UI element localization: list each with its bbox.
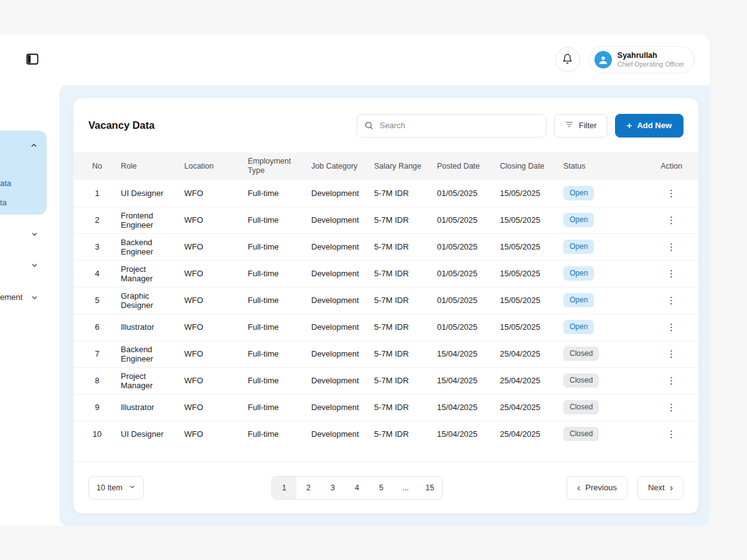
status-badge: Open xyxy=(563,320,594,334)
col-posted-date: Posted Date xyxy=(437,152,500,180)
cell-salary-range: 5-7M IDR xyxy=(374,394,437,421)
cell-posted-date: 15/04/2025 xyxy=(437,367,500,394)
cell-salary-range: 5-7M IDR xyxy=(374,367,437,394)
app-window: ata ta ement xyxy=(0,34,710,526)
row-actions-button[interactable]: ⋮ xyxy=(663,241,680,253)
chevron-down-icon[interactable] xyxy=(31,261,39,272)
filter-label: Filter xyxy=(579,121,597,130)
row-actions-button[interactable]: ⋮ xyxy=(663,294,680,306)
sidebar: ata ta ement xyxy=(0,34,59,526)
page-button-4[interactable]: 4 xyxy=(345,477,369,499)
page-button-1[interactable]: 1 xyxy=(272,477,296,499)
cell-no: 7 xyxy=(73,340,121,367)
next-page-button[interactable]: Next › xyxy=(637,476,684,500)
status-badge: Closed xyxy=(563,400,599,414)
col-status: Status xyxy=(563,152,644,180)
add-new-button[interactable]: + Add New xyxy=(615,114,684,138)
cell-status: Closed xyxy=(563,340,644,367)
sidebar-item-label[interactable]: ta xyxy=(0,198,7,207)
cell-employment-type: Full-time xyxy=(248,421,311,447)
chevron-down-icon[interactable] xyxy=(31,293,39,304)
row-actions-button[interactable]: ⋮ xyxy=(663,375,680,386)
page-button-15[interactable]: 15 xyxy=(418,477,442,499)
status-badge: Open xyxy=(563,293,594,307)
cell-action: ⋮ xyxy=(644,233,698,260)
cell-action: ⋮ xyxy=(644,287,698,314)
chevron-down-icon[interactable] xyxy=(31,230,39,241)
cell-role: Illustrator xyxy=(121,314,184,340)
user-menu[interactable]: Syahrullah Chief Operating Officer xyxy=(589,46,695,73)
row-actions-button[interactable]: ⋮ xyxy=(663,321,680,333)
table-row: 8 Project Manager WFO Full-time Developm… xyxy=(73,367,698,394)
chevron-down-icon xyxy=(129,483,136,492)
sidebar-active-section[interactable]: ata ta xyxy=(0,131,47,215)
cell-closing-date: 15/05/2025 xyxy=(500,207,563,233)
cell-posted-date: 15/04/2025 xyxy=(437,421,500,447)
cell-status: Open xyxy=(563,180,644,207)
next-label: Next xyxy=(648,483,665,492)
cell-employment-type: Full-time xyxy=(248,207,311,233)
row-actions-button[interactable]: ⋮ xyxy=(663,348,680,360)
page-button-5[interactable]: 5 xyxy=(369,477,393,499)
row-actions-button[interactable]: ⋮ xyxy=(663,187,680,199)
cell-posted-date: 01/05/2025 xyxy=(437,207,500,233)
cell-salary-range: 5-7M IDR xyxy=(374,421,437,447)
row-actions-button[interactable]: ⋮ xyxy=(663,401,680,413)
sidebar-toggle-icon[interactable] xyxy=(26,54,39,65)
status-badge: Closed xyxy=(563,373,599,388)
cell-role: Frontend Engineer xyxy=(121,207,184,233)
cell-status: Closed xyxy=(563,394,644,421)
table-row: 4 Project Manager WFO Full-time Developm… xyxy=(73,260,698,287)
filter-icon xyxy=(565,120,574,131)
search-input[interactable] xyxy=(357,114,547,138)
cell-role: Illustrator xyxy=(121,394,184,421)
row-actions-button[interactable]: ⋮ xyxy=(663,268,680,279)
cell-action: ⋮ xyxy=(644,180,698,207)
cell-employment-type: Full-time xyxy=(248,260,311,287)
cell-posted-date: 15/04/2025 xyxy=(437,394,500,421)
cell-role: Project Manager xyxy=(121,367,184,394)
page-size-label: 10 Item xyxy=(96,483,123,492)
cell-job-category: Development xyxy=(311,394,374,421)
user-role: Chief Operating Officer xyxy=(618,60,684,68)
avatar xyxy=(594,51,612,68)
cell-salary-range: 5-7M IDR xyxy=(374,207,437,233)
previous-label: Previous xyxy=(585,483,617,492)
page-button-2[interactable]: 2 xyxy=(296,477,321,499)
cell-location: WFO xyxy=(184,260,248,287)
col-salary-range: Salary Range xyxy=(374,152,437,180)
row-actions-button[interactable]: ⋮ xyxy=(663,214,680,226)
cell-location: WFO xyxy=(184,207,248,233)
page-size-select[interactable]: 10 Item xyxy=(88,476,144,500)
chevron-up-icon xyxy=(30,141,38,152)
sidebar-item-label[interactable]: ata xyxy=(0,179,11,188)
cell-closing-date: 25/04/2025 xyxy=(500,394,563,421)
previous-page-button[interactable]: ‹ Previous xyxy=(566,476,627,500)
cell-employment-type: Full-time xyxy=(248,314,311,340)
table-row: 7 Backend Engineer WFO Full-time Develop… xyxy=(73,340,698,367)
cell-role: UI Designer xyxy=(121,180,184,207)
col-no: No xyxy=(73,152,121,180)
notifications-button[interactable] xyxy=(555,47,580,72)
cell-no: 1 xyxy=(73,180,121,207)
sidebar-item-label[interactable]: ement xyxy=(0,292,22,302)
cell-closing-date: 25/04/2025 xyxy=(500,421,563,447)
cell-status: Closed xyxy=(563,421,644,447)
cell-job-category: Development xyxy=(311,260,374,287)
vacancy-table: No Role Location Employment Type Job Cat… xyxy=(73,152,698,447)
cell-job-category: Development xyxy=(311,367,374,394)
page-button-3[interactable]: 3 xyxy=(321,477,345,499)
table-row: 9 Illustrator WFO Full-time Development … xyxy=(73,394,698,421)
status-badge: Closed xyxy=(563,427,599,441)
cell-posted-date: 01/05/2025 xyxy=(437,233,500,260)
cell-action: ⋮ xyxy=(644,367,698,394)
cell-role: Backend Engineer xyxy=(121,233,184,260)
table-body: 1 UI Designer WFO Full-time Development … xyxy=(73,180,698,447)
cell-salary-range: 5-7M IDR xyxy=(374,287,437,314)
row-actions-button[interactable]: ⋮ xyxy=(663,428,680,440)
cell-closing-date: 25/04/2025 xyxy=(500,340,563,367)
cell-job-category: Development xyxy=(311,233,374,260)
table-row: 3 Backend Engineer WFO Full-time Develop… xyxy=(73,233,698,260)
filter-button[interactable]: Filter xyxy=(554,114,608,138)
cell-role: UI Designer xyxy=(121,421,184,447)
